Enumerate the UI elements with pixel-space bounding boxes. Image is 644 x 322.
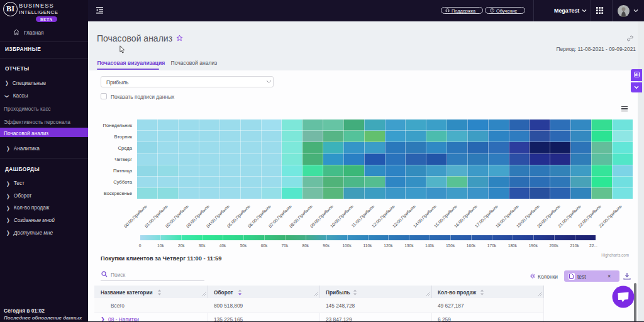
svg-text:?: ? <box>491 9 493 12</box>
